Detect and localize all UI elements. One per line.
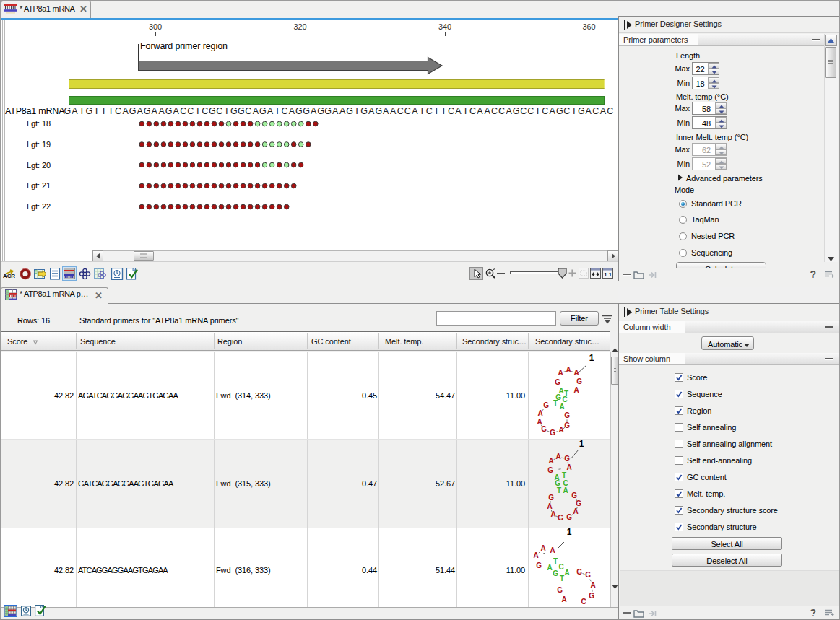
svg-text:G: G [564, 411, 570, 419]
svg-text:A: A [547, 564, 552, 572]
svg-text:T: T [553, 557, 558, 565]
svg-text:T: T [553, 399, 558, 407]
svg-text:A: A [558, 426, 563, 434]
svg-text:G: G [585, 571, 591, 579]
svg-text:A: A [573, 369, 579, 377]
svg-text:G: G [566, 513, 572, 521]
svg-text:G: G [555, 378, 560, 386]
svg-text:A: A [550, 546, 555, 554]
svg-text:A: A [566, 463, 571, 471]
svg-text:A: A [555, 453, 560, 460]
svg-text:G: G [571, 492, 577, 499]
svg-text:G: G [557, 586, 563, 594]
svg-text:C: C [581, 598, 586, 606]
svg-text:A: A [563, 486, 568, 494]
svg-text:A: A [547, 502, 552, 510]
svg-text:A: A [573, 386, 579, 394]
svg-text:G: G [543, 401, 549, 409]
svg-text:G: G [548, 494, 554, 502]
svg-text:A: A [561, 595, 566, 603]
svg-text:T: T [557, 486, 561, 494]
svg-text:T: T [560, 575, 564, 582]
svg-text:A: A [559, 403, 564, 411]
svg-text:G: G [564, 422, 570, 429]
svg-text:G: G [558, 514, 563, 522]
svg-text:G: G [576, 377, 582, 385]
svg-text:A: A [540, 544, 545, 552]
svg-text:G: G [589, 592, 594, 600]
svg-text:G: G [576, 568, 582, 576]
svg-text:A: A [564, 569, 569, 577]
svg-text:G: G [547, 466, 553, 474]
svg-text:G: G [550, 429, 555, 437]
svg-text:A: A [558, 369, 563, 377]
svg-text:A: A [566, 366, 571, 374]
svg-text:1: 1 [579, 439, 584, 449]
svg-text:A: A [573, 507, 578, 515]
svg-text:A: A [548, 457, 553, 465]
svg-text:1: 1 [589, 353, 594, 363]
svg-text:G: G [553, 569, 558, 577]
svg-text:1: 1 [567, 527, 572, 537]
svg-text:C: C [558, 563, 563, 571]
svg-text:A: A [537, 409, 542, 417]
svg-text:T: T [562, 471, 566, 479]
svg-text:A: A [590, 581, 595, 589]
svg-text:G: G [564, 455, 570, 463]
svg-text:G: G [536, 562, 542, 569]
svg-text:A: A [533, 551, 538, 559]
